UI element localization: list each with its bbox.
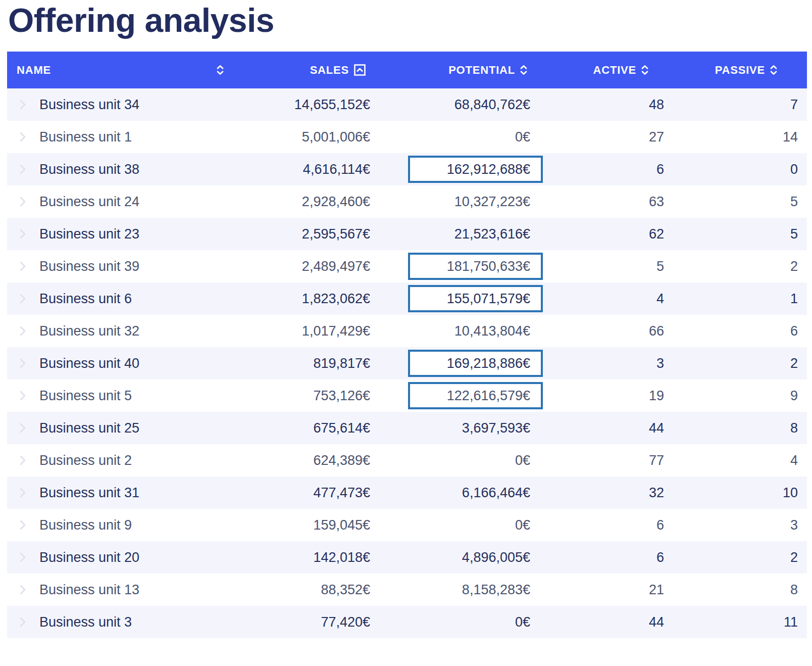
- expand-chevron-icon[interactable]: [19, 357, 26, 369]
- name-cell: Business unit 6: [7, 291, 230, 307]
- column-header-name[interactable]: NAME: [7, 64, 230, 77]
- expand-chevron-icon[interactable]: [19, 325, 26, 337]
- passive-value: 5: [672, 226, 807, 242]
- name-cell: Business unit 2: [7, 453, 230, 468]
- sales-value: 2,489,497€: [230, 259, 376, 274]
- table-row[interactable]: Business unit 23 2,595,567€ 21,523,616€ …: [7, 218, 807, 250]
- expand-chevron-icon[interactable]: [19, 260, 26, 272]
- potential-value: 10,413,804€: [408, 317, 543, 345]
- table-row[interactable]: Business unit 6 1,823,062€ 155,071,579€ …: [7, 282, 807, 315]
- sort-chevrons-icon[interactable]: [641, 64, 649, 76]
- expand-chevron-icon[interactable]: [19, 584, 26, 596]
- expand-chevron-icon[interactable]: [19, 293, 26, 305]
- potential-cell: 10,413,804€: [376, 317, 548, 345]
- passive-value: 8: [672, 582, 807, 598]
- table-row[interactable]: Business unit 38 4,616,114€ 162,912,688€…: [7, 153, 807, 185]
- sort-chevrons-icon[interactable]: [520, 64, 528, 76]
- passive-value: 7: [672, 97, 807, 113]
- expand-chevron-icon[interactable]: [19, 99, 26, 111]
- table-row[interactable]: Business unit 39 2,489,497€ 181,750,633€…: [7, 250, 807, 282]
- potential-value: 0€: [408, 447, 543, 474]
- column-header-sales[interactable]: SALES: [230, 64, 376, 77]
- sales-value: 2,595,567€: [230, 226, 376, 242]
- potential-value: 4,896,005€: [408, 544, 543, 571]
- expand-chevron-icon[interactable]: [19, 131, 26, 143]
- table-row[interactable]: Business unit 9 159,045€ 0€ 6 3: [7, 509, 807, 541]
- passive-value: 9: [672, 388, 807, 404]
- column-header-potential[interactable]: POTENTIAL: [376, 64, 548, 77]
- active-value: 63: [548, 194, 672, 210]
- column-header-passive[interactable]: PASSIVE: [672, 64, 807, 77]
- sales-value: 819,817€: [230, 356, 376, 371]
- table-row[interactable]: Business unit 2 624,389€ 0€ 77 4: [7, 444, 807, 477]
- potential-value: 3,697,593€: [408, 414, 543, 442]
- table-row[interactable]: Business unit 20 142,018€ 4,896,005€ 6 2: [7, 541, 807, 574]
- table-row[interactable]: Business unit 5 753,126€ 122,616,579€ 19…: [7, 379, 807, 412]
- passive-value: 2: [672, 259, 807, 274]
- name-cell: Business unit 1: [7, 129, 230, 145]
- expand-chevron-icon[interactable]: [19, 196, 26, 208]
- table-row[interactable]: Business unit 32 1,017,429€ 10,413,804€ …: [7, 315, 807, 347]
- table-row[interactable]: Business unit 40 819,817€ 169,218,886€ 3…: [7, 347, 807, 379]
- active-value: 4: [548, 291, 672, 307]
- column-header-potential-label: POTENTIAL: [448, 64, 515, 77]
- expand-chevron-icon[interactable]: [19, 616, 26, 628]
- expand-chevron-icon[interactable]: [19, 390, 26, 402]
- potential-value: 0€: [408, 608, 543, 636]
- active-value: 44: [548, 614, 672, 630]
- name-cell: Business unit 13: [7, 582, 230, 598]
- potential-cell: 21,523,616€: [376, 220, 548, 248]
- name-cell: Business unit 31: [7, 485, 230, 501]
- potential-value: 169,218,886€: [408, 350, 543, 377]
- passive-value: 0: [672, 162, 807, 177]
- potential-cell: 8,158,283€: [376, 576, 548, 603]
- active-value: 6: [548, 517, 672, 533]
- sort-chevrons-icon[interactable]: [216, 64, 224, 76]
- business-unit-name: Business unit 9: [39, 517, 132, 533]
- potential-cell: 0€: [376, 447, 548, 474]
- table-row[interactable]: Business unit 1 5,001,006€ 0€ 27 14: [7, 121, 807, 153]
- table-row[interactable]: Business unit 31 477,473€ 6,166,464€ 32 …: [7, 477, 807, 509]
- active-value: 48: [548, 97, 672, 113]
- sales-value: 14,655,152€: [230, 97, 376, 113]
- table-row[interactable]: Business unit 24 2,928,460€ 10,327,223€ …: [7, 185, 807, 218]
- potential-cell: 68,840,762€: [376, 91, 548, 118]
- expand-chevron-icon[interactable]: [19, 519, 26, 531]
- business-unit-name: Business unit 6: [39, 291, 132, 307]
- potential-cell: 181,750,633€: [376, 253, 548, 280]
- potential-cell: 162,912,688€: [376, 156, 548, 183]
- potential-cell: 6,166,464€: [376, 479, 548, 506]
- table-row[interactable]: Business unit 13 88,352€ 8,158,283€ 21 8: [7, 574, 807, 606]
- active-value: 44: [548, 420, 672, 436]
- passive-value: 10: [672, 485, 807, 501]
- passive-value: 2: [672, 356, 807, 371]
- sales-value: 5,001,006€: [230, 129, 376, 145]
- expand-chevron-icon[interactable]: [19, 487, 26, 499]
- expand-chevron-icon[interactable]: [19, 163, 26, 175]
- column-header-active[interactable]: ACTIVE: [548, 64, 672, 77]
- passive-value: 8: [672, 420, 807, 436]
- expand-chevron-icon[interactable]: [19, 228, 26, 240]
- sorted-box-caret-icon[interactable]: [353, 64, 366, 76]
- business-unit-name: Business unit 40: [39, 356, 139, 371]
- potential-value: 0€: [408, 511, 543, 539]
- potential-cell: 122,616,579€: [376, 382, 548, 409]
- sales-value: 753,126€: [230, 388, 376, 404]
- expand-chevron-icon[interactable]: [19, 454, 26, 466]
- business-unit-name: Business unit 20: [39, 550, 139, 565]
- active-value: 5: [548, 259, 672, 274]
- active-value: 27: [548, 129, 672, 145]
- active-value: 62: [548, 226, 672, 242]
- table-row[interactable]: Business unit 34 14,655,152€ 68,840,762€…: [7, 88, 807, 121]
- table-row[interactable]: Business unit 3 77,420€ 0€ 44 11: [7, 606, 807, 638]
- column-header-passive-label: PASSIVE: [715, 64, 765, 77]
- potential-cell: 10,327,223€: [376, 188, 548, 215]
- expand-chevron-icon[interactable]: [19, 551, 26, 563]
- expand-chevron-icon[interactable]: [19, 422, 26, 434]
- sales-value: 88,352€: [230, 582, 376, 598]
- business-unit-name: Business unit 13: [39, 582, 139, 598]
- sort-chevrons-icon[interactable]: [770, 64, 778, 76]
- business-unit-name: Business unit 25: [39, 420, 139, 436]
- table-row[interactable]: Business unit 25 675,614€ 3,697,593€ 44 …: [7, 412, 807, 444]
- active-value: 3: [548, 356, 672, 371]
